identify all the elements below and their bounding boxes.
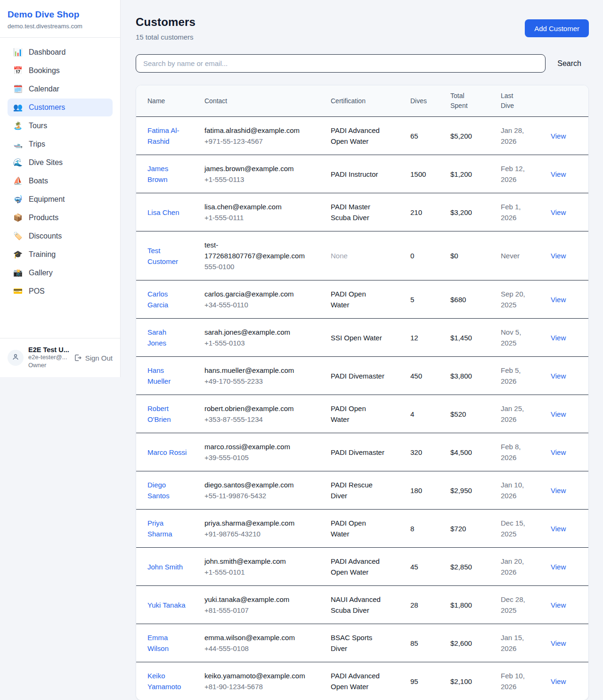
customer-certification: PADI Open Water <box>331 288 385 310</box>
customer-name-link[interactable]: Keiko Yamamoto <box>147 670 187 692</box>
package-icon: 📦 <box>13 214 23 222</box>
customer-dives: 12 <box>410 319 450 357</box>
customer-email: diego.santos@example.com <box>204 479 307 490</box>
customer-name-link[interactable]: Lisa Chen <box>147 207 179 218</box>
graduation-cap-icon: 🎓 <box>13 251 23 258</box>
view-link[interactable]: View <box>551 486 566 494</box>
view-link[interactable]: View <box>551 296 566 304</box>
view-link[interactable]: View <box>551 563 566 571</box>
customer-email: fatima.alrashid@example.com <box>204 125 307 136</box>
customer-certification: SSI Open Water <box>331 332 385 343</box>
search-input[interactable] <box>136 54 546 73</box>
calendar-icon: 📅 <box>13 67 23 74</box>
column-header-name: Name <box>136 85 204 117</box>
sidebar-item-training[interactable]: 🎓 Training <box>8 246 113 264</box>
view-link[interactable]: View <box>551 334 566 342</box>
customer-email: robert.obrien@example.com <box>204 403 307 414</box>
customer-total-spent: $1,200 <box>450 155 501 193</box>
table-row: Sarah Jones sarah.jones@example.com +1-5… <box>136 319 588 357</box>
sidebar-item-boats[interactable]: ⛵ Boats <box>8 172 113 190</box>
customer-certification: PADI Divemaster <box>331 447 385 458</box>
view-link[interactable]: View <box>551 252 566 260</box>
view-link[interactable]: View <box>551 601 566 609</box>
customer-total-spent: $680 <box>450 280 501 319</box>
label-tag-icon: 🏷️ <box>13 232 23 240</box>
customer-certification: None <box>331 250 385 261</box>
sidebar-item-tours[interactable]: 🏝️ Tours <box>8 117 113 135</box>
customer-total-spent: $1,800 <box>450 586 501 624</box>
page: Demo Dive Shop demo.test.divestreams.com… <box>0 0 603 700</box>
customer-name-link[interactable]: Carlos Garcia <box>147 288 187 310</box>
view-link[interactable]: View <box>551 639 566 647</box>
customer-email: yuki.tanaka@example.com <box>204 594 307 605</box>
customer-name-link[interactable]: Test Customer <box>147 245 187 267</box>
customer-last-dive: Feb 12, 2026 <box>501 163 527 185</box>
sidebar-item-gallery[interactable]: 📸 Gallery <box>8 264 113 282</box>
view-link[interactable]: View <box>551 448 566 456</box>
table-header: NameContactCertificationDivesTotal Spent… <box>136 85 588 117</box>
customer-dives: 45 <box>410 548 450 586</box>
customer-name-link[interactable]: James Brown <box>147 163 187 185</box>
sidebar-item-bookings[interactable]: 📅 Bookings <box>8 62 113 80</box>
table-row: Hans Mueller hans.mueller@example.com +4… <box>136 357 588 395</box>
add-customer-button[interactable]: Add Customer <box>525 19 589 37</box>
customer-total-spent: $2,950 <box>450 471 501 510</box>
customer-name-link[interactable]: Marco Rossi <box>147 447 187 458</box>
sidebar-item-customers[interactable]: 👥 Customers <box>8 99 113 116</box>
view-link[interactable]: View <box>551 170 566 178</box>
customer-total-spent: $1,450 <box>450 319 501 357</box>
customer-dives: 95 <box>410 662 450 700</box>
main-content: Customers 15 total customers Add Custome… <box>121 0 603 700</box>
customers-table-card: NameContactCertificationDivesTotal Spent… <box>136 85 589 700</box>
view-link[interactable]: View <box>551 208 566 216</box>
customer-certification: BSAC Sports Diver <box>331 632 385 654</box>
table-row: Carlos Garcia carlos.garcia@example.com … <box>136 280 588 319</box>
customer-email: test-1772681807767@example.com <box>204 239 307 261</box>
customer-name-link[interactable]: Sarah Jones <box>147 327 187 348</box>
sidebar-header: Demo Dive Shop demo.test.divestreams.com <box>0 0 120 38</box>
sidebar-item-equipment[interactable]: 🤿 Equipment <box>8 190 113 208</box>
table-row: Robert O'Brien robert.obrien@example.com… <box>136 395 588 433</box>
sidebar-item-label: Trips <box>29 140 45 148</box>
customer-certification: PADI Instructor <box>331 169 385 180</box>
sign-out-button[interactable]: Sign Out <box>73 354 113 362</box>
customer-name-link[interactable]: Diego Santos <box>147 479 187 501</box>
view-link[interactable]: View <box>551 525 566 533</box>
customer-name-link[interactable]: Fatima Al-Rashid <box>147 125 187 147</box>
customer-total-spent: $3,200 <box>450 193 501 231</box>
sidebar: Demo Dive Shop demo.test.divestreams.com… <box>0 0 121 377</box>
customer-last-dive: Dec 28, 2025 <box>501 594 527 616</box>
sidebar-item-label: Boats <box>29 177 48 185</box>
customer-name-link[interactable]: Robert O'Brien <box>147 403 187 425</box>
column-header-total-spent: Total Spent <box>450 85 501 117</box>
sidebar-item-discounts[interactable]: 🏷️ Discounts <box>8 227 113 245</box>
view-link[interactable]: View <box>551 372 566 380</box>
sidebar-item-dive-sites[interactable]: 🌊 Dive Sites <box>8 154 113 172</box>
customer-name-link[interactable]: Priya Sharma <box>147 518 187 539</box>
sidebar-item-pos[interactable]: 💳 POS <box>8 282 113 300</box>
customer-last-dive: Jan 10, 2026 <box>501 479 527 501</box>
camera-icon: 📸 <box>13 269 23 277</box>
sidebar-item-calendar[interactable]: 🗓️ Calendar <box>8 80 113 98</box>
customer-last-dive: Nov 5, 2025 <box>501 327 527 348</box>
view-link[interactable]: View <box>551 132 566 140</box>
view-link[interactable]: View <box>551 410 566 418</box>
customer-name-link[interactable]: Yuki Tanaka <box>147 600 186 610</box>
customer-name-link[interactable]: Emma Wilson <box>147 632 187 654</box>
sidebar-item-label: Dive Sites <box>29 158 63 167</box>
customer-dives: 8 <box>410 510 450 548</box>
sidebar-item-dashboard[interactable]: 📊 Dashboard <box>8 43 113 61</box>
customer-last-dive: Sep 20, 2025 <box>501 288 527 310</box>
customer-phone: +39-555-0105 <box>204 452 323 463</box>
page-title: Customers <box>136 16 196 29</box>
customer-name-link[interactable]: John Smith <box>147 561 183 572</box>
sidebar-item-label: Discounts <box>29 232 62 240</box>
customer-name-link[interactable]: Hans Mueller <box>147 365 187 387</box>
sidebar-item-trips[interactable]: 🛥️ Trips <box>8 135 113 153</box>
column-header-actions <box>551 85 588 117</box>
main-header: Customers 15 total customers Add Custome… <box>136 16 589 41</box>
view-link[interactable]: View <box>551 677 566 685</box>
sidebar-item-products[interactable]: 📦 Products <box>8 209 113 227</box>
search-button[interactable]: Search <box>546 59 589 68</box>
customer-certification: PADI Advanced Open Water <box>331 670 385 692</box>
